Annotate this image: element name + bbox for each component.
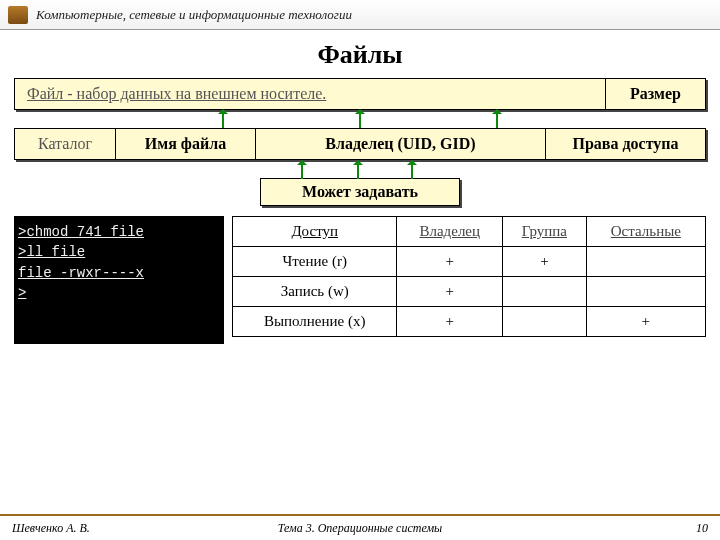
cell — [503, 307, 587, 337]
cell: + — [397, 247, 503, 277]
table-row: Доступ Владелец Группа Остальные — [233, 217, 706, 247]
table-row: Запись (w) + — [233, 277, 706, 307]
arrows-up — [14, 110, 706, 128]
cell-label: Выполнение (x) — [233, 307, 397, 337]
terminal-and-table: >chmod 741 file >ll file file -rwxr----x… — [14, 216, 706, 344]
footer: Шевченко А. В. Тема 3. Операционные сист… — [0, 514, 720, 540]
th-owner: Владелец — [397, 217, 503, 247]
terminal-line: > — [18, 285, 26, 301]
may-set-box: Может задавать — [260, 178, 460, 206]
attr-filename: Имя файла — [115, 129, 255, 159]
arrow-icon — [222, 110, 224, 128]
arrow-icon — [411, 161, 413, 179]
cell — [586, 247, 705, 277]
arrow-icon — [301, 161, 303, 179]
permissions-table: Доступ Владелец Группа Остальные Чтение … — [232, 216, 706, 337]
terminal-output: >chmod 741 file >ll file file -rwxr----x… — [14, 216, 224, 344]
table-row: Чтение (r) + + — [233, 247, 706, 277]
cell: + — [503, 247, 587, 277]
cell: + — [397, 307, 503, 337]
cell — [503, 277, 587, 307]
attr-permissions: Права доступа — [545, 129, 705, 159]
th-others: Остальные — [586, 217, 705, 247]
window-title: Компьютерные, сетевые и информационные т… — [36, 7, 352, 23]
cell — [586, 277, 705, 307]
cell: + — [397, 277, 503, 307]
terminal-line: >chmod 741 file — [18, 224, 144, 240]
terminal-line: >ll file — [18, 244, 85, 260]
terminal-line: file -rwxr----x — [18, 265, 144, 281]
th-access: Доступ — [233, 217, 397, 247]
window-titlebar: Компьютерные, сетевые и информационные т… — [0, 0, 720, 30]
arrow-icon — [359, 110, 361, 128]
table-row: Выполнение (x) + + — [233, 307, 706, 337]
arrow-icon — [496, 110, 498, 128]
footer-topic: Тема 3. Операционные системы — [0, 521, 720, 536]
cell: + — [586, 307, 705, 337]
th-group: Группа — [503, 217, 587, 247]
attr-catalog: Каталог — [15, 129, 115, 159]
arrow-icon — [357, 161, 359, 179]
cell-label: Чтение (r) — [233, 247, 397, 277]
size-label: Размер — [605, 79, 705, 109]
page-title: Файлы — [0, 40, 720, 70]
may-set-label: Может задавать — [302, 183, 418, 200]
cell-label: Запись (w) — [233, 277, 397, 307]
file-definition: Файл - набор данных на внешнем носителе. — [15, 79, 605, 109]
app-icon — [8, 6, 28, 24]
